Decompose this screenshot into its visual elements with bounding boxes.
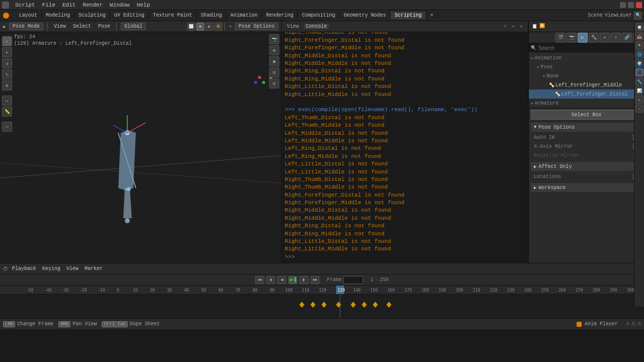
tool-annotate[interactable]: ✏ [2, 96, 12, 106]
affect-only-header[interactable]: ▶ Affect Only [531, 162, 642, 171]
console-scroll-icon[interactable]: ⬇ [502, 23, 509, 30]
console-line-27: Left_Middle_Distal is not found [285, 130, 525, 137]
side-modifier-icon[interactable]: 🔧 [635, 77, 643, 85]
tool-extra[interactable]: ⋯ [2, 122, 12, 132]
console-tab[interactable]: Console [304, 24, 329, 29]
workspace-header[interactable]: ▶ Workspace [531, 183, 642, 192]
console-wrap-icon[interactable]: ↩ [510, 23, 517, 30]
nav-extra2[interactable]: ⊟ [269, 78, 279, 88]
properties-area: ▼ Pose Options Auto IK X-Axis Mirror Rel… [529, 121, 644, 263]
layout-tab-sculpting[interactable]: Sculpting [74, 12, 110, 19]
layout-tab-uv-editing[interactable]: UV Editing [110, 12, 149, 19]
play-reverse-button[interactable]: ◀ [277, 276, 286, 284]
layout-tab-shading[interactable]: Shading [197, 12, 226, 19]
svg-text:-30: -30 [61, 288, 69, 293]
tree-item-armature[interactable]: ▸Armature [529, 99, 644, 108]
timeline-ruler[interactable]: -50 -40 -30 -20 -10 0 10 20 30 40 50 60 … [0, 286, 644, 295]
prop-scene-icon[interactable]: 🎬 [555, 33, 566, 43]
side-output-icon[interactable]: 📤 [635, 32, 643, 40]
tree-item-left_forefinger_distal[interactable]: 🦴Left_Forefinger_Distal [529, 89, 644, 99]
layout-tab-scripting[interactable]: Scripting [390, 12, 426, 19]
outliner-area: 🔍 ▸Animation▸Pose▸Bone🦴Left_Forefinger_M… [529, 43, 644, 109]
fps-label: fps: 24 [14, 34, 132, 40]
tool-cursor[interactable]: ↖ [2, 36, 12, 46]
tree-item-pose[interactable]: ▸Pose [529, 62, 644, 71]
shading-solid[interactable]: ● [196, 23, 204, 31]
timeline-keying-menu[interactable]: Keying [40, 266, 62, 272]
tool-measure[interactable]: 📏 [2, 107, 12, 117]
nav-camera[interactable]: 📷 [269, 34, 279, 44]
next-frame-button[interactable]: ⏵ [299, 276, 308, 284]
menu-script[interactable]: Script [12, 1, 38, 9]
viewport-close-icon[interactable]: ✕ [227, 23, 234, 30]
tool-transform[interactable]: ⊕ [2, 80, 12, 90]
pose-menu[interactable]: Pose [96, 24, 112, 29]
current-frame-input[interactable]: 129 [343, 276, 363, 284]
tree-item-bone-collections[interactable]: ▸Bone Collections⚙ [529, 108, 644, 109]
prop-physics-icon[interactable]: ⚛ [611, 33, 621, 43]
pose-options-btn[interactable]: Pose Options [235, 23, 278, 30]
minimize-button[interactable] [620, 2, 626, 8]
layout-tab-+[interactable]: + [426, 12, 438, 19]
layout-tab-animation[interactable]: Animation [226, 12, 262, 19]
close-button[interactable] [636, 2, 642, 8]
layout-tab-layout[interactable]: Layout [15, 12, 42, 19]
shading-wire[interactable]: ⬜ [187, 23, 195, 31]
prop-constraints-icon[interactable]: 🔗 [622, 33, 632, 43]
tree-item-bone[interactable]: ▸Bone [529, 71, 644, 80]
nav-extra1[interactable]: ⊡ [269, 67, 279, 77]
global-dropdown[interactable]: Global [121, 23, 146, 30]
prop-object-icon[interactable]: ▶ [578, 33, 588, 43]
nav-ortho[interactable]: ⊞ [269, 45, 279, 55]
maximize-button[interactable] [628, 2, 634, 8]
side-object-icon[interactable]: ⬛ [635, 68, 643, 76]
nav-local[interactable]: ◉ [269, 56, 279, 66]
side-view-icon[interactable]: 👁 [635, 41, 643, 49]
menu-render[interactable]: Render [79, 1, 106, 9]
timeline-playback-menu[interactable]: Playback [10, 266, 38, 272]
timeline-marker-menu[interactable]: Marker [83, 266, 105, 272]
tool-rotate[interactable]: ↺ [2, 58, 12, 68]
timeline-view-menu[interactable]: View [64, 266, 80, 272]
tool-scale[interactable]: ⤡ [2, 69, 12, 79]
side-material-icon[interactable]: ● [635, 96, 643, 104]
menu-help[interactable]: Help [134, 1, 153, 9]
shading-render[interactable]: 🔆 [214, 23, 222, 31]
console-close-icon[interactable]: ✕ [518, 23, 525, 30]
side-data-icon[interactable]: 📊 [635, 86, 643, 95]
layout-tab-compositing[interactable]: Compositing [298, 12, 340, 19]
jump-start-button[interactable]: ⏮ [255, 276, 264, 284]
prev-frame-button[interactable]: ⏴ [266, 276, 275, 284]
jump-end-button[interactable]: ⏭ [310, 276, 319, 284]
prop-render-icon[interactable]: 📷 [567, 33, 577, 43]
outliner-search-input[interactable] [538, 45, 642, 51]
view-menu[interactable]: View [52, 24, 68, 29]
layout-tab-modeling[interactable]: Modeling [42, 12, 74, 19]
prop-particles-icon[interactable]: ✦ [600, 33, 610, 43]
layout-tab-rendering[interactable]: Rendering [262, 12, 298, 19]
layout-tab-texture-paint[interactable]: Texture Paint [149, 12, 197, 19]
select-menu[interactable]: Select [71, 24, 93, 29]
select-box-button[interactable]: Select Box [531, 110, 642, 120]
side-render-icon[interactable]: 🔲 [635, 23, 643, 31]
tree-item-animation[interactable]: ▸Animation [529, 53, 644, 62]
side-world-icon[interactable]: 🌍 [635, 59, 643, 67]
search-icon[interactable]: 🔍 [634, 12, 642, 20]
prop-modifier-icon[interactable]: 🔧 [589, 33, 599, 43]
pose-options-header[interactable]: ▼ Pose Options [531, 123, 642, 132]
side-scene-icon[interactable]: 🌐 [635, 50, 643, 58]
menu-window[interactable]: Window [107, 1, 133, 9]
tree-item-left_forefinger_middle[interactable]: 🦴Left_Forefinger_Middle [529, 80, 644, 89]
filter-icon[interactable]: 🔽 [539, 23, 546, 30]
console-view-btn[interactable]: View [285, 24, 301, 29]
menu-file[interactable]: File [39, 1, 58, 9]
svg-text:90: 90 [270, 288, 275, 293]
grid-svg [0, 32, 281, 263]
layout-tab-geometry-nodes[interactable]: Geometry Nodes [340, 12, 390, 19]
pose-mode-dropdown[interactable]: Pose Mode [9, 23, 43, 30]
side-particles-icon[interactable]: ✦ [635, 105, 643, 113]
play-button[interactable]: ▶▐ [288, 276, 297, 284]
shading-material[interactable]: ◐ [205, 23, 213, 31]
menu-edit[interactable]: Edit [59, 1, 78, 9]
tool-move[interactable]: ✛ [2, 47, 12, 57]
